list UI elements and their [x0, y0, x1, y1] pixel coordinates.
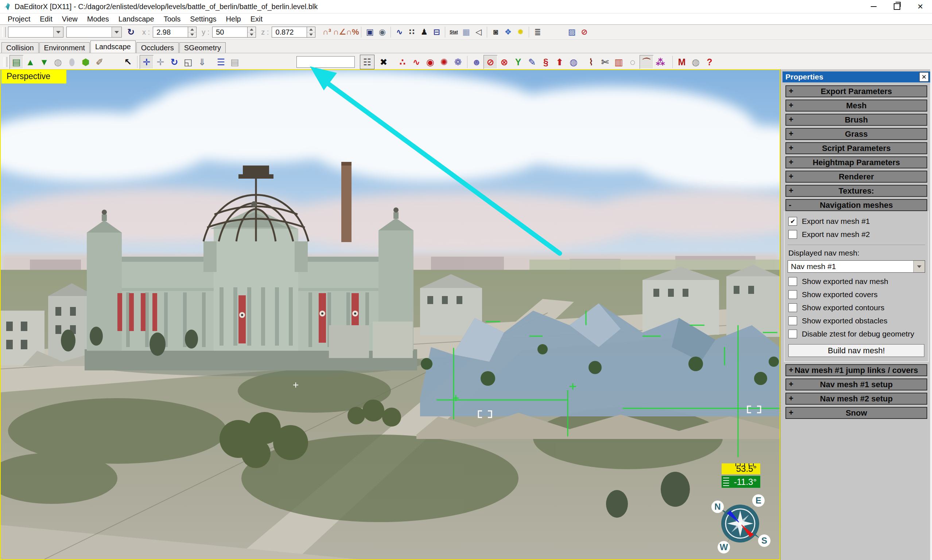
link-points-icon[interactable]: ⁂ [654, 55, 667, 69]
x-coord-input[interactable] [153, 27, 188, 38]
smiley-paint-icon[interactable]: ☻ [470, 55, 483, 69]
checkbox[interactable] [788, 277, 797, 286]
menu-item[interactable]: Edit [35, 14, 57, 25]
menu-item[interactable]: Help [221, 14, 246, 25]
log-list-icon[interactable]: ≣ [531, 26, 544, 38]
section-navmesh2-setup[interactable]: + Nav mesh #2 setup [786, 393, 927, 405]
pivot-pairs-icon[interactable]: ∷ [406, 26, 418, 38]
z-coord-spinner[interactable] [307, 27, 315, 38]
menu-item[interactable]: Landscape [114, 14, 159, 25]
draw-polyline-icon[interactable]: ∿ [409, 55, 423, 69]
rotate-icon[interactable]: ↻ [168, 55, 181, 69]
close-button[interactable]: ✕ [909, 0, 932, 13]
move-over-surface-icon[interactable]: ✛ [154, 55, 168, 69]
section-heightmap-parameters[interactable]: + Heightmap Parameters [786, 156, 927, 168]
scale-icon[interactable]: ◱ [181, 55, 195, 69]
toolbar-grip[interactable] [4, 57, 7, 67]
checkbox-row[interactable]: Show exported covers [788, 290, 924, 299]
x-coord-spinner[interactable] [188, 27, 197, 38]
viewport-label[interactable]: Perspective [2, 70, 66, 83]
refresh-icon[interactable]: ↻ [125, 26, 137, 38]
export-shape-icon[interactable]: ▥ [612, 55, 626, 69]
menu-item[interactable]: Project [3, 14, 35, 25]
section-script-parameters[interactable]: + Script Parameters [786, 142, 927, 154]
tab-collision[interactable]: Collision [2, 42, 38, 53]
orbit-view-icon[interactable]: ◉ [376, 26, 388, 38]
menu-item[interactable]: Tools [159, 14, 186, 25]
minimize-button[interactable] [862, 0, 885, 13]
landscape-script-icon[interactable]: ▤ [9, 55, 23, 69]
checkbox[interactable] [788, 329, 797, 338]
menu-item[interactable]: Settings [185, 14, 221, 25]
drop-to-surface-icon[interactable]: ⇓ [195, 55, 209, 69]
water-drop-icon[interactable]: ⬮ [65, 55, 79, 69]
section-textures[interactable]: + Textures: [786, 185, 927, 197]
y-coord-input[interactable] [212, 27, 248, 38]
checkbox[interactable] [788, 230, 797, 239]
grid-toggle-icon[interactable]: ▦ [460, 26, 472, 38]
select-by-name-icon[interactable]: ☰ [214, 55, 228, 69]
checkbox[interactable]: ✔ [788, 217, 797, 226]
filter-input[interactable] [297, 56, 355, 68]
hide-water-icon[interactable]: ▨ [566, 26, 578, 38]
delete-object-icon[interactable]: ✖ [377, 55, 391, 69]
erase-area-icon[interactable]: ⊗ [497, 55, 511, 69]
asset-dropdown-1[interactable] [8, 27, 63, 38]
displayed-nav-mesh-dropdown[interactable]: Nav mesh #1 [787, 260, 925, 273]
curve-tool-icon[interactable]: § [539, 55, 553, 69]
select-cursor-icon[interactable]: ↖ [121, 55, 135, 69]
checkbox[interactable] [788, 317, 797, 325]
section-navmesh1-setup[interactable]: + Nav mesh #1 setup [786, 378, 927, 391]
cut-spline-icon[interactable]: ✄ [598, 55, 612, 69]
section-navmesh1-jump-links[interactable]: + Nav mesh #1 jump links / covers [786, 364, 927, 376]
toolbar-grip[interactable] [2, 27, 6, 37]
tab-occluders[interactable]: Occluders [136, 42, 179, 53]
asset-dropdown-2[interactable] [66, 27, 122, 38]
sphere-paint-icon[interactable]: ◍ [567, 55, 580, 69]
viewport-3d[interactable]: Perspective 53.5° -11.3° N E W S [0, 69, 780, 560]
section-navigation-meshes[interactable]: - Navigation meshes [786, 199, 927, 211]
forbid-area-icon[interactable]: ⊘ [483, 55, 497, 69]
add-points-icon[interactable]: ∴ [395, 55, 409, 69]
nav-area-icon[interactable]: ◉ [423, 55, 437, 69]
cubemap-screenshot-icon[interactable]: ❖ [502, 26, 514, 38]
section-grass[interactable]: + Grass [786, 128, 927, 140]
circle-handles-icon[interactable]: ◌ [626, 55, 640, 69]
dropdown-arrow-icon[interactable] [914, 261, 925, 272]
checkbox-row[interactable]: Disable ztest for debug geometry [788, 329, 924, 338]
section-renderer[interactable]: + Renderer [786, 171, 927, 183]
z-coord-input[interactable] [272, 27, 307, 38]
water-paint-icon[interactable]: ⊘ [578, 26, 591, 38]
properties-panel-header[interactable]: Properties ✕ [783, 71, 930, 82]
lower-terrain-icon[interactable]: ▼ [37, 55, 51, 69]
mask-icon[interactable]: ∿ [393, 26, 406, 38]
paint-brush-icon[interactable]: ✐ [92, 55, 106, 69]
sound-probe-icon[interactable]: ◁ [472, 26, 484, 38]
menu-item[interactable]: View [57, 14, 82, 25]
materials-icon[interactable]: M [675, 55, 689, 69]
raise-terrain-icon[interactable]: ▲ [23, 55, 37, 69]
y-coord-spinner[interactable] [248, 27, 256, 38]
object-list-icon[interactable]: ☷ [360, 55, 374, 69]
move-icon[interactable]: ✛ [140, 55, 154, 69]
checkbox[interactable] [788, 290, 797, 299]
menu-item[interactable]: Exit [246, 14, 267, 25]
zoom-extents-icon[interactable]: ▣ [363, 26, 376, 38]
section-snow[interactable]: + Snow [786, 407, 927, 419]
hydrant-marker-icon[interactable]: ⬆ [553, 55, 567, 69]
edit-polygon-icon[interactable]: ✎ [525, 55, 539, 69]
tab-environment[interactable]: Environment [39, 42, 90, 53]
section-export-parameters[interactable]: + Export Parameters [786, 85, 927, 97]
branch-tool-icon[interactable]: Y [511, 55, 525, 69]
curve-fit-icon[interactable]: ⌒ [640, 55, 654, 69]
section-brush[interactable]: + Brush [786, 114, 927, 126]
snap-scale-icon[interactable]: ∩% [346, 26, 359, 38]
help-icon[interactable]: ? [703, 55, 717, 69]
panel-close-button[interactable]: ✕ [919, 72, 929, 82]
spline-handle-icon[interactable]: ⌇ [584, 55, 598, 69]
obstacle-area-icon[interactable]: ✺ [437, 55, 451, 69]
flower-brush-icon[interactable]: ❁ [451, 55, 465, 69]
menu-item[interactable]: Modes [82, 14, 114, 25]
tab-landscape[interactable]: Landscape [91, 40, 135, 53]
checkbox-row[interactable]: ✔ Export nav mesh #1 [788, 217, 924, 226]
